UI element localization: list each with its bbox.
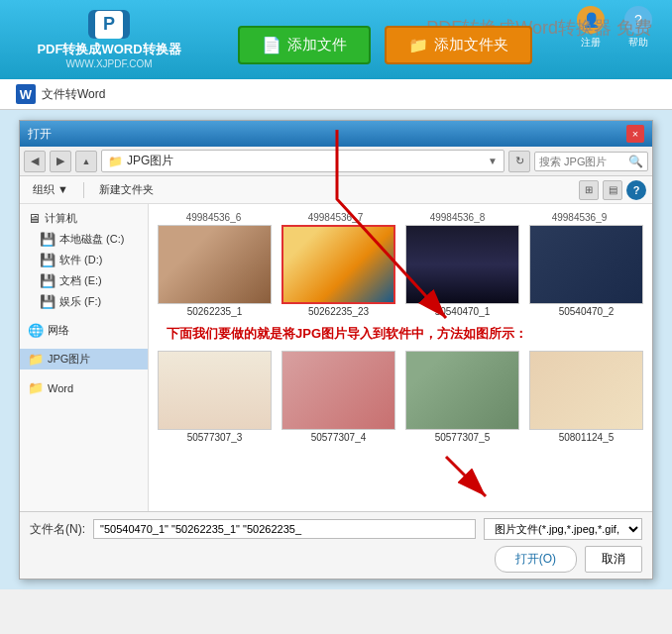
up-button[interactable]: ▲ (75, 151, 97, 172)
file-name-6: 50577307_4 (311, 432, 367, 443)
filename-input[interactable] (93, 519, 476, 539)
dialog-close-button[interactable]: × (626, 125, 644, 143)
file-tab[interactable]: W 文件转Word (0, 79, 672, 110)
file-name-1: 50262235_1 (187, 306, 243, 317)
jpg-folder-icon: 📁 (28, 352, 44, 367)
disk-c-icon: 💾 (40, 232, 56, 247)
file-item-5[interactable]: 50577307_3 (157, 351, 273, 443)
dialog-bottom: 文件名(N): 图片文件(*.jpg,*.jpeg,*.gif,*.bi 打开(… (20, 511, 652, 579)
header-2: 49984536_7 (279, 212, 392, 223)
app-logo: P PDF转换成WORD转换器 WWW.XJPDF.COM (0, 0, 218, 79)
sidebar-item-word[interactable]: 📁 Word (20, 377, 148, 398)
filename-row: 文件名(N): 图片文件(*.jpg,*.jpeg,*.gif,*.bi (30, 518, 642, 540)
sidebar-item-jpg[interactable]: 📁 JPG图片 (20, 349, 148, 370)
file-thumb-6 (281, 351, 395, 430)
word-icon: W (16, 84, 36, 104)
file-row-1: 50262235_1 50262235_23 (157, 225, 644, 317)
app-body: 打开 × ◀ ▶ ▲ 📁 JPG图片 ▼ ↻ (0, 110, 672, 589)
computer-label: 计算机 (45, 211, 77, 226)
header-1: 49984536_6 (157, 212, 271, 223)
file-item-1[interactable]: 50262235_1 (157, 225, 273, 317)
header-4: 49984536_9 (522, 212, 636, 223)
add-file-button[interactable]: 📄 添加文件 (238, 26, 371, 64)
disk-e-icon: 💾 (40, 273, 56, 288)
sidebar-item-computer[interactable]: 🖥 计算机 (20, 208, 148, 229)
view-list-button[interactable]: ▤ (603, 180, 622, 200)
open-button[interactable]: 打开(O) (495, 546, 577, 573)
file-sidebar: 🖥 计算机 💾 本地磁盘 (C:) 💾 软件 (D:) 💾 (20, 204, 149, 511)
add-folder-button[interactable]: 📁 添加文件夹 (385, 26, 532, 64)
file-thumb-5 (158, 351, 272, 430)
file-thumb-1 (158, 225, 272, 304)
file-item-4[interactable]: 50540470_2 (528, 225, 644, 317)
add-file-icon: 📄 (262, 36, 281, 54)
word-label: Word (48, 382, 73, 394)
header-3: 49984536_8 (400, 212, 514, 223)
app-logo-sub: WWW.XJPDF.COM (65, 58, 152, 69)
path-folder-icon: 📁 (108, 155, 123, 168)
annotation-text: 下面我们要做的就是将JPG图片导入到软件中，方法如图所示： (157, 321, 644, 347)
app-logo-text: PDF转换成WORD转换器 (37, 41, 180, 58)
disk-f-label: 娱乐 (F:) (59, 294, 101, 309)
file-thumb-7 (405, 351, 519, 430)
toolbar-buttons: 📄 添加文件 📁 添加文件夹 (238, 26, 532, 64)
dialog-titlebar: 打开 × (20, 121, 652, 147)
sidebar-item-c[interactable]: 💾 本地磁盘 (C:) (20, 229, 148, 250)
new-folder-button[interactable]: 新建文件夹 (92, 179, 161, 200)
file-row-2: 50577307_3 50577307_4 (157, 351, 644, 443)
file-name-4: 50540470_2 (559, 306, 615, 317)
poster-2 (283, 227, 393, 302)
poster-5 (159, 352, 271, 429)
file-item-3[interactable]: 50540470_1 (404, 225, 520, 317)
poster-6 (282, 352, 394, 429)
add-folder-icon: 📁 (408, 36, 428, 54)
search-icon: 🔍 (628, 155, 643, 168)
file-thumb-8 (529, 351, 643, 430)
dialog-help-button[interactable]: ? (626, 180, 646, 200)
network-icon: 🌐 (28, 323, 44, 338)
dialog-address-toolbar: ◀ ▶ ▲ 📁 JPG图片 ▼ ↻ 🔍 (20, 147, 652, 176)
file-name-7: 50577307_5 (435, 432, 491, 443)
file-name-5: 50577307_3 (187, 432, 243, 443)
sidebar-item-f[interactable]: 💾 娱乐 (F:) (20, 291, 148, 312)
search-bar: 🔍 (534, 152, 648, 171)
dialog-controls: × (626, 125, 644, 143)
search-input[interactable] (539, 156, 628, 167)
file-tab-label: 文件转Word (42, 86, 105, 103)
sidebar-item-network[interactable]: 🌐 网络 (20, 320, 148, 341)
back-button[interactable]: ◀ (24, 151, 46, 172)
add-folder-label: 添加文件夹 (434, 36, 508, 54)
jpg-label: JPG图片 (48, 352, 90, 367)
logo-icon: P (88, 10, 130, 39)
browser-body: 🖥 计算机 💾 本地磁盘 (C:) 💾 软件 (D:) 💾 (20, 204, 652, 511)
disk-d-icon: 💾 (40, 253, 56, 267)
toolbar-sep (83, 182, 84, 198)
view-icon-button[interactable]: ⊞ (579, 180, 599, 200)
logo-letter: P (95, 11, 123, 39)
organize-button[interactable]: 组织 ▼ (26, 179, 75, 200)
file-name-8: 50801124_5 (559, 432, 615, 443)
forward-button[interactable]: ▶ (50, 151, 71, 172)
file-item-2[interactable]: 50262235_23 (280, 225, 396, 317)
poster-1 (159, 226, 271, 303)
computer-icon: 🖥 (28, 211, 41, 226)
sidebar-item-e[interactable]: 💾 文档 (E:) (20, 270, 148, 291)
app-container: P PDF转换成WORD转换器 WWW.XJPDF.COM 👤 注册 ? 帮助 … (0, 0, 672, 589)
app-header: P PDF转换成WORD转换器 WWW.XJPDF.COM 👤 注册 ? 帮助 … (0, 0, 672, 79)
poster-3 (406, 226, 518, 303)
file-thumb-3 (405, 225, 519, 304)
path-dropdown[interactable]: ▼ (488, 156, 498, 166)
file-item-8[interactable]: 50801124_5 (528, 351, 644, 443)
add-file-label: 添加文件 (287, 36, 347, 54)
file-item-7[interactable]: 50577307_5 (404, 351, 520, 443)
cancel-button[interactable]: 取消 (585, 546, 642, 573)
sidebar-item-d[interactable]: 💾 软件 (D:) (20, 250, 148, 270)
filetype-select[interactable]: 图片文件(*.jpg,*.jpeg,*.gif,*.bi (484, 518, 642, 540)
refresh-button[interactable]: ↻ (508, 151, 530, 172)
file-thumb-4 (529, 225, 643, 304)
disk-f-icon: 💾 (40, 294, 56, 309)
word-folder-icon: 📁 (28, 380, 44, 395)
poster-4 (530, 226, 642, 303)
file-item-6[interactable]: 50577307_4 (280, 351, 396, 443)
file-grid: 49984536_6 49984536_7 49984536_8 4998453… (149, 204, 652, 511)
